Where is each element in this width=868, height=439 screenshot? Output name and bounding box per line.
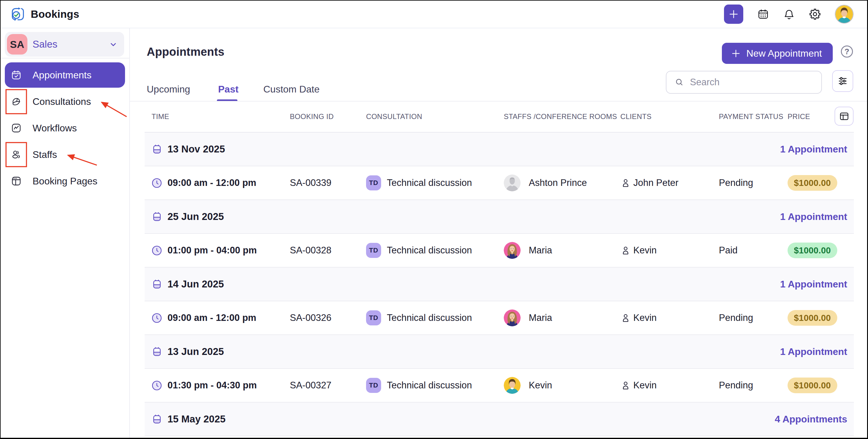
consultation-name: Technical discussion [387,245,472,256]
sidebar-item-consultations[interactable]: Consultations [5,89,125,114]
staff-avatar [504,377,521,394]
payment-status: Pending [719,301,753,335]
price-badge: $1000.00 [787,243,837,258]
filter-sliders-icon [837,75,848,87]
calendar-icon [757,8,769,20]
tab-past[interactable]: Past [218,84,239,95]
appointments-icon [11,70,22,81]
appointment-row[interactable]: 09:00 am - 12:00 pm SA-00326 TD Technica… [145,301,854,335]
search-box [666,71,822,94]
sidebar-item-appointments[interactable]: Appointments [5,62,125,88]
group-date: 13 Jun 2025 [167,346,224,357]
plus-icon [728,9,739,20]
consultation-badge: TD [366,310,381,325]
booking-pages-icon [11,176,22,187]
group-count[interactable]: 1 Appointment [780,335,847,368]
booking-id: SA-00339 [290,166,332,199]
column-header-payment-status: PAYMENT STATUS [719,101,783,132]
group-count[interactable]: 4 Appointments [775,403,847,436]
chevron-down-icon [109,40,118,49]
clock-icon [152,380,162,391]
group-count[interactable]: 1 Appointment [780,268,847,301]
clock-icon [152,245,162,256]
group-count[interactable]: 1 Appointment [780,200,847,233]
search-input[interactable] [690,77,804,88]
payment-status: Pending [719,166,753,199]
workspace-badge: SA [7,34,27,55]
group-count[interactable]: 1 Appointment [780,132,847,166]
sidebar-nav: Appointments Consultations Workflows Sta… [5,62,125,195]
staff-name: Ashton Prince [529,178,587,188]
avatar-image [835,5,853,23]
payment-status: Pending [719,369,753,402]
topbar-actions [724,1,854,28]
appointment-time: 09:00 am - 12:00 pm [167,178,256,188]
help-button[interactable]: ? [841,45,853,58]
brand-title: Bookings [31,8,79,20]
filter-button[interactable] [832,70,853,92]
calendar-date-icon [152,279,162,289]
brand: Bookings [10,1,79,28]
page-title: Appointments [147,45,224,58]
staff-name: Kevin [529,380,552,391]
column-header-price: PRICE [787,101,810,132]
bell-icon [783,8,795,20]
consultations-icon [11,96,22,107]
consultation-name: Technical discussion [387,178,472,188]
appointment-row[interactable]: 01:30 pm - 04:30 pm SA-00327 TD Technica… [145,369,854,403]
appointment-row[interactable]: 09:00 am - 12:00 pm SA-00339 TD Technica… [145,166,854,200]
column-settings-button[interactable] [835,107,854,126]
appointment-row[interactable]: 01:00 pm - 04:00 pm SA-00328 TD Technica… [145,234,854,268]
calendar-date-icon [152,144,162,155]
consultation-name: Technical discussion [387,380,472,391]
workspace-selector[interactable]: SA Sales [5,32,124,57]
settings-button[interactable] [809,8,821,20]
group-date: 25 Jun 2025 [167,211,224,222]
new-appointment-label: New Appointment [746,48,822,59]
notifications-button[interactable] [783,8,795,20]
group-date: 14 Jun 2025 [167,278,224,290]
person-icon [620,245,631,256]
columns-icon [839,111,849,122]
staff-avatar [504,175,521,191]
sidebar-item-staffs[interactable]: Staffs [5,142,125,167]
client-name: Kevin [633,380,657,391]
column-header-staffs-conference-rooms: STAFFS /CONFERENCE ROOMS [504,101,617,132]
price-badge: $1000.00 [787,378,837,393]
appointment-time: 09:00 am - 12:00 pm [167,312,256,323]
sidebar-item-workflows[interactable]: Workflows [5,116,125,141]
tab-custom-date[interactable]: Custom Date [263,84,320,95]
workflows-icon [11,123,22,133]
staff-avatar [504,309,521,326]
person-icon [620,313,631,323]
staff-avatar [504,242,521,259]
clock-icon [152,178,162,188]
payment-status: Paid [719,234,738,267]
topbar: Bookings [1,1,867,28]
date-group-row: 13 Jun 2025 1 Appointment [145,335,854,369]
client-name: John Peter [633,178,679,188]
calendar-button[interactable] [757,8,769,20]
appointment-time: 01:30 pm - 04:30 pm [167,380,257,391]
date-group-row: 14 Jun 2025 1 Appointment [145,268,854,301]
tab-upcoming[interactable]: Upcoming [147,84,190,95]
client-name: Kevin [633,245,657,256]
sidebar-divider [1,58,129,58]
consultation-badge: TD [366,378,381,393]
calendar-date-icon [152,346,162,357]
clock-icon [152,313,162,323]
sidebar-item-booking-pages[interactable]: Booking Pages [5,168,125,194]
plus-icon [731,49,741,58]
search-icon [674,77,684,87]
staffs-icon [11,149,22,160]
add-button[interactable] [724,4,743,24]
booking-id: SA-00328 [290,234,332,267]
client-name: Kevin [633,312,657,323]
user-avatar[interactable] [835,5,854,24]
column-header-clients: CLIENTS [620,101,651,132]
column-header-time: TIME [152,101,169,132]
calendar-date-icon [152,414,162,425]
new-appointment-button[interactable]: New Appointment [722,43,833,64]
appointments-table: 13 Nov 2025 1 Appointment 09:00 am - 12:… [145,132,854,436]
booking-id: SA-00326 [290,301,332,335]
